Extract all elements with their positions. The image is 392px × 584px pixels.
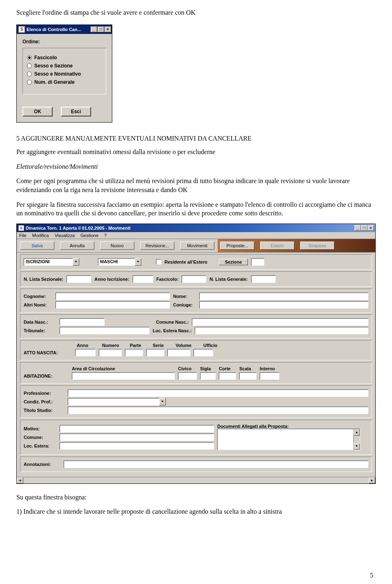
doc-allegati-textarea[interactable]: ▲ ▼ (217, 429, 360, 450)
radio-sesso-nominativo[interactable]: Sesso e Nominativo (27, 71, 102, 77)
corte-label: Corte (219, 366, 239, 371)
proposte-button[interactable]: Proposte... (220, 242, 254, 250)
atto-ufficio-input[interactable] (194, 349, 213, 356)
section5-p3: Per spiegare la finestra successiva facc… (16, 200, 376, 218)
cognome-input[interactable] (56, 293, 170, 300)
maschi-value: MASCHI (98, 258, 135, 266)
maschi-dropdown[interactable]: MASCHI ▼ (98, 258, 141, 266)
annulla-button[interactable]: Annulla (60, 242, 94, 250)
condiz-prof-dropdown[interactable]: ▼ (68, 398, 166, 405)
ordine-label: Ordine: (22, 39, 106, 45)
sospeso-button[interactable]: Sospeso (300, 242, 334, 250)
app-icon: S (18, 26, 25, 33)
minimize-icon[interactable]: _ (91, 27, 97, 32)
menu-gestione[interactable]: Gestione (80, 233, 98, 238)
coniuge-input[interactable] (199, 301, 368, 309)
anno-iscr-input[interactable] (133, 275, 153, 283)
radio-sesso-sezione[interactable]: Sesso e Sezione (27, 63, 102, 69)
tribunale-input[interactable] (60, 327, 149, 334)
menu-visualizza[interactable]: Visualizza (55, 233, 75, 238)
loc-estera-input[interactable] (60, 442, 214, 450)
chevron-down-icon: ▼ (135, 258, 141, 266)
atto-numero-input[interactable] (99, 349, 122, 356)
section5-heading: 5 AGGIUNGERE MANUALMENTE EVENTUALI NOMIN… (16, 134, 376, 143)
radio-icon (27, 80, 32, 85)
minimize-icon[interactable]: _ (354, 225, 361, 231)
col-serie: Serie (153, 343, 171, 348)
section5-p1: Per aggiungere eventuali nominativi omes… (16, 148, 376, 157)
fascicolo-input[interactable] (182, 275, 206, 283)
col-anno: Anno (77, 343, 97, 348)
close-icon[interactable]: × (368, 225, 374, 231)
coniuge-label: Coniuge: (173, 302, 196, 307)
horizontal-scrollbar[interactable]: ◄ ► (17, 477, 375, 483)
radio-num-generale[interactable]: Num. di Generale (27, 79, 102, 85)
close-icon[interactable]: × (105, 27, 111, 32)
menu-help[interactable]: ? (104, 233, 107, 238)
loc-estera-nasc-input[interactable] (195, 327, 368, 334)
comune-nasc-label: Comune Nasc.: (156, 320, 189, 324)
civico-input[interactable] (178, 372, 197, 380)
titolo-studio-input[interactable] (68, 407, 368, 414)
menu-modifica[interactable]: Modifica (32, 233, 49, 238)
sezione-input[interactable] (251, 258, 264, 266)
comune-nasc-input[interactable] (192, 318, 368, 326)
professione-label: Professione: (24, 391, 65, 396)
data-nasc-input[interactable] (60, 318, 105, 326)
atto-anno-input[interactable] (75, 349, 96, 356)
interno-input[interactable] (260, 372, 279, 380)
abitazione-label: ABITAZIONE: (24, 374, 69, 378)
menu-file[interactable]: File (19, 233, 27, 238)
n-lista-sez-input[interactable] (67, 275, 91, 283)
comune-input[interactable] (60, 434, 214, 441)
intro-paragraph: Scegliere l'ordine di stampa che si vuol… (16, 8, 376, 17)
revisione-button[interactable]: Revisione... (140, 242, 174, 250)
app-icon: S (18, 225, 24, 231)
residente-estero-checkbox[interactable] (156, 259, 161, 264)
n-lista-gen-input[interactable] (251, 275, 276, 283)
scroll-down-icon[interactable]: ▼ (354, 443, 360, 450)
motivo-input[interactable] (60, 425, 214, 432)
annotazioni-input[interactable] (64, 461, 368, 468)
win2-title: Dinamica Torn. 1 Aperta il 01.02.2005 - … (26, 226, 354, 230)
radio-fascicolo[interactable]: Fascicolo (27, 55, 102, 60)
atto-serie-input[interactable] (146, 349, 164, 356)
scroll-right-icon[interactable]: ► (369, 477, 375, 483)
sigla-input[interactable] (200, 372, 216, 380)
nuovo-button[interactable]: Nuovo (100, 242, 134, 250)
movimenti-button[interactable]: Movimenti (180, 242, 214, 250)
nome-input[interactable] (199, 293, 368, 300)
scroll-left-icon[interactable]: ◄ (17, 477, 23, 483)
atto-volume-input[interactable] (167, 349, 190, 356)
maximize-icon[interactable]: □ (361, 225, 368, 231)
estero-button[interactable]: Estero (260, 242, 294, 250)
scrollbar[interactable]: ▲ ▼ (353, 429, 360, 450)
sezione-button[interactable]: Sezione (219, 259, 248, 265)
condiz-prof-label: Condiz. Prof.: (24, 399, 65, 404)
area-circ-input[interactable] (72, 372, 175, 380)
iscrizioni-dropdown[interactable]: ISCRIZIONI ▼ (24, 258, 79, 266)
altri-nomi-label: Altri Nomi: (24, 302, 52, 307)
annotazioni-label: Annotazioni: (24, 462, 60, 467)
sigla-label: Sigla (200, 366, 219, 371)
radio-label: Num. di Generale (34, 79, 75, 85)
scroll-up-icon[interactable]: ▲ (354, 429, 360, 436)
esci-button[interactable]: Esci (61, 107, 91, 116)
salva-button[interactable]: Salva (20, 242, 54, 250)
menubar: File Modifica Visualizza Gestione ? (17, 232, 375, 239)
n-lista-sez-label: N. Lista Sezionale: (24, 277, 63, 282)
scala-input[interactable] (239, 372, 256, 380)
atto-parte-input[interactable] (125, 349, 143, 356)
atto-nascita-label: ATTO NASCITA: (24, 350, 72, 355)
toolbar: Salva Annulla Nuovo Revisione... Movimen… (17, 239, 375, 253)
altri-nomi-input[interactable] (56, 301, 170, 309)
maximize-icon[interactable]: □ (98, 27, 104, 32)
iscrizioni-value: ISCRIZIONI (24, 258, 73, 266)
closing-p2: 1) Indicare che si intende lavorare nell… (16, 507, 376, 516)
professione-input[interactable] (68, 389, 368, 397)
radio-icon (27, 55, 32, 60)
anno-iscr-label: Anno Iscrizione: (94, 277, 129, 282)
ok-button[interactable]: OK (22, 107, 53, 116)
corte-input[interactable] (219, 372, 236, 380)
chevron-down-icon: ▼ (159, 398, 166, 405)
